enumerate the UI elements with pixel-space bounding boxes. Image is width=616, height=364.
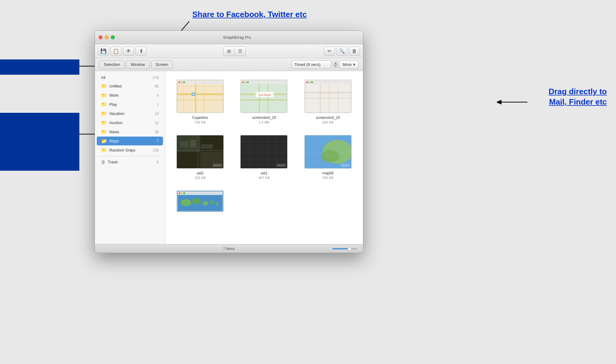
minimize-button[interactable] (105, 35, 109, 39)
folder-icon: 📁 (101, 102, 107, 107)
selection-button[interactable]: Selection (99, 60, 125, 69)
more-dropdown[interactable]: More ▾ (339, 60, 359, 69)
delete-button[interactable]: 🗑 (349, 47, 360, 56)
screen-button[interactable]: Screen (151, 60, 173, 69)
sidebar-item-auction[interactable]: 📁 Auction 12 (97, 118, 163, 127)
window-button[interactable]: Window (126, 60, 149, 69)
svg-rect-40 (177, 152, 201, 168)
sidebar-item-trash[interactable]: 🗑 Trash 6 (97, 158, 163, 166)
sidebar-label: Vacation (109, 111, 155, 116)
sidebar-count: 6 (157, 160, 159, 164)
svg-rect-4 (204, 80, 205, 113)
titlebar: SnapNDrag Pro (95, 31, 363, 44)
sidebar-item-work[interactable]: 📁 Work 4 (97, 91, 163, 100)
svg-point-72 (179, 192, 180, 194)
svg-rect-63 (341, 164, 350, 167)
annotation-left-bar (0, 59, 79, 75)
save-button[interactable]: 💾 (98, 47, 109, 56)
svg-rect-45 (177, 150, 223, 151)
sidebar-label: Trash (108, 160, 157, 164)
svg-point-35 (309, 81, 310, 83)
svg-rect-46 (198, 135, 198, 168)
sidebar-item-maps[interactable]: 📁 Maps 7 (97, 137, 163, 145)
svg-rect-39 (200, 135, 223, 152)
folder-icon: 📁 (101, 138, 107, 144)
sidebar-divider (99, 156, 161, 156)
sidebar-label: Work (109, 93, 157, 98)
sidebar-label: Maps (109, 139, 157, 143)
sidebar-item-unfiled[interactable]: 📁 Unfiled 66 (97, 82, 163, 91)
folder-icon: 📁 (101, 111, 107, 116)
sidebar-item-play[interactable]: 📁 Play 1 (97, 100, 163, 109)
statusbar: 7 items (95, 244, 363, 253)
slider-thumb[interactable] (348, 247, 351, 251)
fullscreen-button[interactable] (111, 35, 115, 39)
share-button[interactable]: ⬆ (136, 47, 147, 56)
grid-item-size: 1.6 MB (259, 120, 270, 124)
zoom-slider[interactable] (332, 248, 357, 249)
sidebar-label: News (109, 130, 155, 134)
svg-point-68 (210, 200, 215, 204)
grid-item-size: 792 KB (195, 120, 206, 124)
sidebar-count: 279 (153, 76, 159, 80)
stepper-up[interactable]: ▲ (333, 62, 338, 65)
sidebar-count: 14 (155, 112, 159, 116)
grid-item-screenshot25[interactable]: Cool Beans screenshot_25 1.6 MB (235, 77, 293, 127)
sidebar-count: 7 (157, 139, 159, 143)
grid-area: Cupertino 792 KB Co (165, 71, 363, 244)
grid-item-size: 350 KB (322, 176, 333, 180)
grid-item-screenshot24[interactable]: screenshot_24 820 KB (299, 77, 357, 127)
sidebar-count: 66 (155, 84, 159, 88)
svg-rect-0 (177, 80, 223, 113)
grid-view-button[interactable]: ⊞ (223, 47, 234, 56)
grid-item-label: screenshot_25 (252, 116, 276, 120)
sidebar-count: 1 (157, 102, 159, 107)
sidebar: All 279 📁 Unfiled 66 📁 Work 4 📁 Play 1 (95, 71, 165, 244)
grid-item-label: sat1 (261, 171, 268, 175)
svg-rect-31 (338, 80, 339, 113)
grid-item-cupertino[interactable]: Cupertino 792 KB (171, 77, 229, 127)
grid-item-map06[interactable]: map06 350 KB (299, 133, 357, 182)
svg-rect-58 (277, 164, 286, 167)
edit-button[interactable]: ✏ (324, 47, 335, 56)
grid-item-sat2[interactable]: sat2 333 KB (171, 133, 229, 182)
sidebar-item-news[interactable]: 📁 News 36 (97, 127, 163, 136)
grid-item-size: 820 KB (322, 120, 333, 124)
svg-point-74 (183, 192, 185, 194)
thumbnail-cupertino (176, 80, 224, 113)
thumbnail-map06 (304, 135, 352, 169)
stepper-down[interactable]: ▼ (333, 65, 338, 68)
annotation-facebook: Share to Facebook, Twitter etc (189, 9, 310, 20)
svg-text:Cool Beans: Cool Beans (259, 94, 271, 96)
preview-button[interactable]: 👁 (123, 47, 134, 56)
svg-rect-26 (305, 80, 351, 113)
folder-icon: 📁 (101, 83, 107, 89)
folder-icon: 📁 (101, 120, 107, 126)
grid-item-sat1[interactable]: sat1 947 KB (235, 133, 293, 182)
copy-button[interactable]: 📋 (111, 47, 121, 56)
timed-label: Timed (8 secs) (294, 62, 320, 67)
chevron-down-icon: ▾ (353, 62, 355, 67)
grid-item-hawaii[interactable] (171, 188, 229, 217)
svg-point-25 (247, 81, 249, 83)
timed-dropdown[interactable]: Timed (8 secs) (292, 60, 331, 69)
svg-rect-6 (177, 86, 223, 87)
grid-item-label: sat2 (197, 171, 204, 175)
status-items-count: 7 items (223, 247, 235, 251)
svg-rect-44 (201, 144, 213, 149)
close-button[interactable] (99, 35, 103, 39)
thumbnail-sat2 (176, 135, 224, 169)
toolbar: 💾 📋 👁 ⬆ ⊞ ☰ ✏ 🔍 🗑 (95, 44, 363, 58)
svg-point-8 (193, 93, 194, 95)
sidebar-item-random-snips[interactable]: 📁 Random Snips 139 (97, 146, 163, 155)
list-view-button[interactable]: ☰ (234, 47, 245, 56)
search-button[interactable]: 🔍 (336, 47, 347, 56)
folder-icon: 📁 (101, 147, 107, 153)
svg-point-11 (178, 81, 180, 83)
sidebar-item-all[interactable]: All 279 (97, 74, 163, 81)
sidebar-count: 4 (157, 93, 159, 98)
trash-icon: 🗑 (101, 159, 106, 165)
sidebar-item-vacation[interactable]: 📁 Vacation 14 (97, 109, 163, 118)
svg-point-73 (181, 192, 183, 194)
grid-item-label: Cupertino (192, 116, 208, 120)
